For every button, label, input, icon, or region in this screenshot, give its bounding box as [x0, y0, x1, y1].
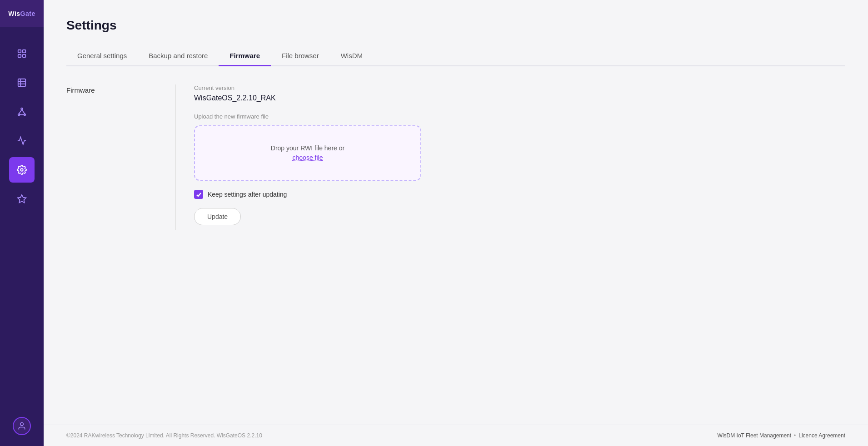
sidebar-item-dashboard[interactable]	[9, 41, 35, 66]
licence-link[interactable]: Licence Agreement	[798, 432, 845, 439]
wisdm-fleet-link[interactable]: WisDM IoT Fleet Management	[718, 432, 792, 439]
tabs-bar: General settings Backup and restore Firm…	[66, 46, 845, 66]
svg-rect-0	[18, 50, 21, 53]
sidebar-item-extensions[interactable]	[9, 186, 35, 212]
tab-file-browser[interactable]: File browser	[271, 46, 330, 66]
firmware-drop-zone[interactable]: Drop your RWI file here or choose file	[194, 125, 421, 181]
sidebar: WisGate	[0, 0, 44, 446]
svg-point-14	[20, 168, 23, 171]
current-version-label: Current version	[194, 84, 421, 91]
section-divider	[175, 84, 176, 230]
main-content: Settings General settings Backup and res…	[44, 0, 868, 446]
activity-icon	[17, 136, 27, 146]
user-icon	[17, 421, 26, 431]
extensions-icon	[17, 194, 27, 204]
tab-general-settings[interactable]: General settings	[66, 46, 138, 66]
drop-zone-text: Drop your RWI file here or	[204, 144, 411, 152]
footer-copyright: ©2024 RAKwireless Technology Limited. Al…	[66, 432, 262, 439]
svg-rect-2	[18, 55, 21, 57]
settings-icon	[17, 165, 27, 175]
checkmark-icon	[196, 192, 202, 198]
tab-backup-restore[interactable]: Backup and restore	[138, 46, 219, 66]
choose-file-link[interactable]: choose file	[293, 154, 323, 161]
tab-firmware[interactable]: Firmware	[219, 46, 271, 66]
user-avatar-button[interactable]	[13, 417, 31, 435]
firmware-section-label: Firmware	[66, 84, 175, 230]
keep-settings-row: Keep settings after updating	[194, 190, 421, 199]
svg-rect-1	[23, 50, 25, 53]
sidebar-item-table[interactable]	[9, 70, 35, 95]
update-button[interactable]: Update	[194, 208, 241, 225]
svg-rect-3	[23, 55, 25, 57]
svg-line-11	[19, 109, 22, 114]
current-version-value: WisGateOS_2.2.10_RAK	[194, 94, 421, 102]
firmware-section: Firmware Current version WisGateOS_2.2.1…	[66, 84, 845, 230]
keep-settings-label: Keep settings after updating	[208, 191, 287, 198]
footer-links: WisDM IoT Fleet Management • Licence Agr…	[718, 432, 845, 439]
sidebar-item-activity[interactable]	[9, 128, 35, 154]
sidebar-bottom	[13, 417, 31, 446]
logo-text: WisGate	[8, 10, 35, 17]
svg-rect-4	[18, 79, 26, 87]
svg-line-12	[22, 109, 25, 114]
footer: ©2024 RAKwireless Technology Limited. Al…	[44, 425, 868, 446]
svg-point-8	[21, 108, 23, 110]
content-area: Settings General settings Backup and res…	[44, 0, 868, 425]
sidebar-item-settings[interactable]	[9, 157, 35, 183]
upload-label: Upload the new firmware file	[194, 113, 421, 120]
keep-settings-checkbox[interactable]	[194, 190, 203, 199]
tab-wisdm[interactable]: WisDM	[330, 46, 374, 66]
logo[interactable]: WisGate	[0, 0, 44, 27]
svg-point-15	[20, 423, 24, 426]
footer-separator: •	[794, 432, 796, 439]
sidebar-item-network[interactable]	[9, 99, 35, 124]
network-icon	[17, 107, 27, 117]
sidebar-nav	[9, 36, 35, 417]
firmware-content: Current version WisGateOS_2.2.10_RAK Upl…	[194, 84, 421, 230]
page-title: Settings	[66, 18, 845, 33]
table-icon	[17, 78, 27, 88]
grid-icon	[17, 49, 27, 59]
